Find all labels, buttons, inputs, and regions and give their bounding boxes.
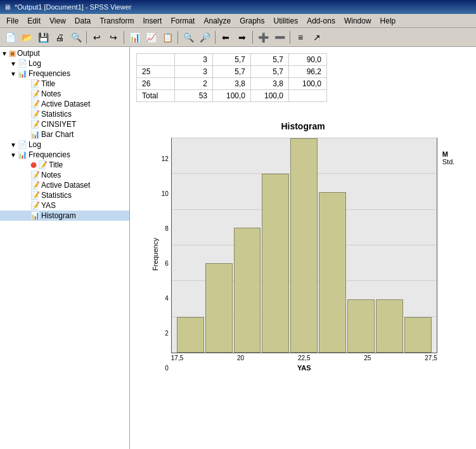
table-row: 25 3 5,7 5,7 96,2	[137, 66, 327, 78]
menu-help[interactable]: Help	[376, 15, 400, 27]
bar-7	[347, 299, 375, 353]
stat-label-std: Std.	[442, 158, 455, 166]
tree-yas[interactable]: 📝 YAS	[0, 200, 129, 211]
menu-format[interactable]: Format	[167, 15, 198, 27]
tree-frequencies2[interactable]: ▼ 📊 Frequencies	[0, 150, 129, 160]
print-button[interactable]: 🖨	[52, 30, 67, 44]
output-label: Output	[17, 49, 40, 58]
chart-plot	[171, 138, 437, 353]
bar-3	[234, 228, 261, 353]
tree-notes2[interactable]: 📝 Notes	[0, 170, 129, 180]
stat-label-m: M	[442, 150, 455, 158]
sidebar[interactable]: ▼ ▣ Output ▼ 📄 Log ▼ 📊 Frequencies 📝 Tit…	[0, 47, 130, 449]
histogram-section: Histogram Frequency 0 2 4 6 8 10 1	[136, 115, 470, 378]
tree-log2[interactable]: ▼ 📄 Log	[0, 140, 129, 150]
chart-body: 0 2 4 6 8 10 12	[162, 138, 437, 372]
menu-window[interactable]: Window	[340, 15, 375, 27]
menu-data[interactable]: Data	[71, 15, 94, 27]
table-cell	[289, 90, 327, 102]
x-tick-25: 25	[364, 355, 371, 361]
menu-graphs[interactable]: Graphs	[236, 15, 268, 27]
menu-bar: File Edit View Data Transform Insert For…	[0, 14, 476, 28]
y-axis-label: Frequency	[151, 138, 159, 372]
x-tick-20: 20	[237, 355, 244, 361]
menu-utilities[interactable]: Utilities	[270, 15, 302, 27]
activedataset2-label: Active Dataset	[41, 181, 90, 190]
menu-transform[interactable]: Transform	[96, 15, 138, 27]
zoom-in-button[interactable]: 🔎	[197, 30, 212, 44]
sep3	[177, 31, 178, 44]
save-button[interactable]: 💾	[35, 30, 51, 44]
content-area[interactable]: 3 5,7 5,7 90,0 25 3 5,7 5,7 96,2 26 2 3,…	[130, 47, 476, 449]
title-bar-text: *Output1 [Document1] - SPSS Viewer	[15, 3, 131, 11]
tree-statistics1[interactable]: 📝 Statistics	[0, 109, 129, 119]
open-button[interactable]: 📂	[19, 30, 34, 44]
tree-barchart[interactable]: 📊 Bar Chart	[0, 129, 129, 140]
menu-insert[interactable]: Insert	[139, 15, 165, 27]
y-tick-4: 4	[162, 296, 169, 302]
tree-title1[interactable]: 📝 Title	[0, 79, 129, 89]
btn3[interactable]: 📋	[160, 30, 175, 44]
btn2[interactable]: 📈	[143, 30, 158, 44]
main-layout: ▼ ▣ Output ▼ 📄 Log ▼ 📊 Frequencies 📝 Tit…	[0, 47, 476, 449]
new-button[interactable]: 📄	[3, 30, 18, 44]
tree-activedataset2[interactable]: 📝 Active Dataset	[0, 180, 129, 190]
expand-freq1[interactable]: ▼	[10, 70, 16, 77]
undo-button[interactable]: ↩	[89, 30, 105, 44]
btn1[interactable]: 📊	[127, 30, 142, 44]
expand-output[interactable]: ▼	[1, 50, 8, 57]
toolbar: 📄 📂 💾 🖨 🔍 ↩ ↪ 📊 📈 📋 🔍 🔎 ⬅ ➡ ➕ ➖ ≡ ↗	[0, 28, 476, 47]
statistics1-label: Statistics	[41, 110, 72, 119]
sep6	[290, 31, 290, 44]
redo-button[interactable]: ↪	[106, 30, 121, 44]
x-axis-label: YAS	[171, 364, 437, 372]
table-row: 26 2 3,8 3,8 100,0	[137, 78, 327, 90]
y-tick-10: 10	[162, 191, 169, 197]
menu-edit[interactable]: Edit	[23, 15, 44, 27]
frequencies1-label: Frequencies	[29, 69, 70, 78]
tree-histogram[interactable]: 📊 Histogram	[0, 211, 129, 221]
plus-button[interactable]: ➕	[255, 30, 271, 44]
menu-file[interactable]: File	[3, 15, 22, 27]
bar-1	[177, 317, 204, 353]
nav-left-button[interactable]: ⬅	[218, 30, 233, 44]
print-preview-button[interactable]: 🔍	[68, 30, 84, 44]
minus-button[interactable]: ➖	[272, 30, 287, 44]
title-bar-icon: 🖥	[4, 3, 11, 11]
table-cell: 100,0	[213, 90, 251, 102]
tree-notes1[interactable]: 📝 Notes	[0, 89, 129, 99]
table-cell: 25	[137, 66, 175, 78]
x-tick-175: 17,5	[171, 355, 183, 361]
menu-view[interactable]: View	[46, 15, 70, 27]
table-cell: 53	[175, 90, 213, 102]
align-button[interactable]: ≡	[293, 30, 308, 44]
tree-cinsiyet[interactable]: 📝 CINSIYET	[0, 119, 129, 129]
table-cell: 2	[175, 78, 213, 90]
tree-activedataset1[interactable]: 📝 Active Dataset	[0, 99, 129, 109]
x-tick-275: 27,5	[425, 355, 437, 361]
tree-title2[interactable]: 🔴 📝 Title	[0, 160, 129, 170]
title1-label: Title	[41, 79, 55, 88]
table-cell: 5,7	[251, 54, 289, 66]
tree-log1[interactable]: ▼ 📄 Log	[0, 58, 129, 68]
expand-freq2[interactable]: ▼	[10, 152, 16, 159]
expand-log2[interactable]: ▼	[10, 141, 16, 148]
y-tick-6: 6	[162, 261, 169, 267]
export-button[interactable]: ↗	[309, 30, 325, 44]
yas-label: YAS	[41, 201, 56, 210]
menu-analyze[interactable]: Analyze	[200, 15, 235, 27]
tree-frequencies1[interactable]: ▼ 📊 Frequencies	[0, 68, 129, 79]
log1-label: Log	[29, 59, 41, 68]
find-button[interactable]: 🔍	[181, 30, 196, 44]
frequency-table: 3 5,7 5,7 90,0 25 3 5,7 5,7 96,2 26 2 3,…	[136, 53, 327, 102]
chart-column: 17,5 20 22,5 25 27,5 YAS	[171, 138, 437, 372]
menu-addons[interactable]: Add-ons	[303, 15, 339, 27]
tree-output[interactable]: ▼ ▣ Output	[0, 48, 129, 58]
histogram-body: Frequency 0 2 4 6 8 10 12	[151, 138, 455, 372]
tree-statistics2[interactable]: 📝 Statistics	[0, 190, 129, 200]
table-cell: 3	[175, 54, 213, 66]
y-axis-ticks: 0 2 4 6 8 10 12	[162, 156, 169, 372]
nav-right-button[interactable]: ➡	[235, 30, 250, 44]
expand-log1[interactable]: ▼	[10, 60, 16, 67]
statistics2-label: Statistics	[41, 191, 72, 200]
